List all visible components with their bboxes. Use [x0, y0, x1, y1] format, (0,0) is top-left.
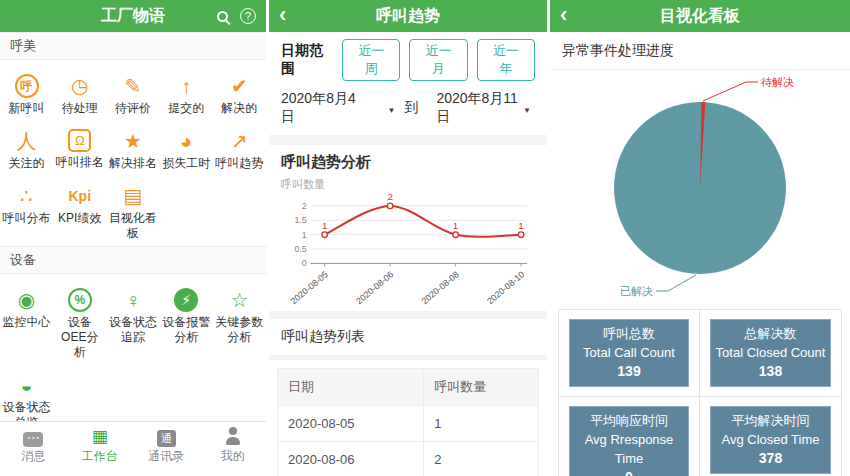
- svg-text:1: 1: [302, 230, 307, 240]
- menu-item-visual-board[interactable]: ▤ 目视化看板: [106, 183, 159, 241]
- tab-label: 通讯录: [148, 449, 184, 463]
- menu-item-submitted[interactable]: ↑ 提交的: [160, 73, 213, 116]
- menu-item-device-oee[interactable]: % 设备OEE分析: [53, 287, 106, 360]
- menu-item-label: 关键参数分析: [213, 313, 266, 345]
- menu-item-to-evaluate[interactable]: ✎ 待评价: [106, 73, 159, 116]
- menu-item-label: 解决排名: [106, 154, 159, 171]
- svg-text:1: 1: [453, 220, 459, 231]
- chevron-down-icon: ▼: [388, 106, 396, 115]
- table-header-row: 日期 呼叫数量: [278, 369, 539, 406]
- tab-mine[interactable]: 我的: [200, 427, 267, 465]
- chart-title: 呼叫趋势分析: [281, 153, 535, 172]
- table-row: 2020-08-06 2: [278, 442, 539, 476]
- tab-contacts[interactable]: 通 通讯录: [133, 427, 200, 465]
- tab-label: 消息: [21, 449, 45, 463]
- bell-icon: Ω: [68, 129, 91, 152]
- cell-count: 2: [424, 442, 539, 476]
- col-header-call-count: 呼叫数量: [424, 369, 539, 406]
- call-trend-screen: ‹ 呼叫趋势 日期范围 近一周 近一月 近一年 2020年8月4日 ▼ 到 20…: [269, 0, 547, 476]
- menu-item-monitoring-center[interactable]: ◉ 监控中心: [0, 287, 53, 360]
- svg-text:2020-08-06: 2020-08-06: [354, 269, 395, 306]
- pie-clock-icon: ◕: [160, 128, 213, 154]
- trend-chart-card: 呼叫趋势分析 呼叫数量 00.511.5212112020-08-052020-…: [269, 145, 547, 311]
- stat-title-zh: 平均解决时间: [713, 411, 828, 430]
- range-year-button[interactable]: 近一年: [477, 39, 535, 81]
- back-button[interactable]: ‹: [279, 0, 286, 32]
- clipboard-check-icon: ✔: [213, 73, 266, 99]
- end-date-select[interactable]: 2020年8月11日: [436, 90, 523, 126]
- gauge-icon: ◒: [0, 372, 53, 398]
- avg-closed-time-card: 平均解决时间 Avg Closed Time 378: [710, 406, 831, 474]
- clock-icon: ◷: [53, 73, 106, 99]
- menu-item-label: 设备报警分析: [160, 313, 213, 345]
- percent-cycle-icon: %: [68, 288, 92, 312]
- menu-item-resolved[interactable]: ✔ 解决的: [213, 73, 266, 116]
- menu-item-label: 目视化看板: [106, 209, 159, 241]
- trend-up-icon: ↗: [213, 128, 266, 154]
- tab-label: 工作台: [82, 449, 118, 463]
- page-title: 呼叫趋势: [376, 6, 440, 27]
- app-title: 工厂物语: [101, 6, 165, 27]
- menu-item-label: 呼叫趋势: [213, 154, 266, 171]
- call-trend-line-chart: 00.511.5212112020-08-052020-08-062020-08…: [281, 192, 535, 309]
- pencil-icon: ✎: [106, 73, 159, 99]
- medal-icon: ★: [106, 128, 159, 154]
- range-week-button[interactable]: 近一周: [342, 39, 400, 81]
- new-call-icon: 呼: [15, 74, 39, 98]
- tab-workbench[interactable]: ▦ 工作台: [67, 427, 134, 465]
- search-icon[interactable]: [217, 11, 228, 22]
- tab-messages[interactable]: ⋯ 消息: [0, 427, 67, 465]
- menu-item-label: 待处理: [53, 99, 106, 116]
- menu-item-solve-ranking[interactable]: ★ 解决排名: [106, 128, 159, 171]
- menu-item-call-trend[interactable]: ↗ 呼叫趋势: [213, 128, 266, 171]
- range-month-button[interactable]: 近一月: [409, 39, 467, 81]
- menu-item-call-ranking[interactable]: Ω 呼叫排名: [53, 128, 106, 171]
- map-pin-icon: ♀: [106, 287, 159, 313]
- stat-value: 378: [713, 449, 828, 468]
- back-button[interactable]: ‹: [560, 0, 567, 32]
- svg-text:2: 2: [302, 201, 307, 211]
- date-range-card: 日期范围 近一周 近一月 近一年 2020年8月4日 ▼ 到 2020年8月11…: [269, 32, 547, 135]
- menu-item-new-call[interactable]: 呼 新呼叫: [0, 73, 53, 116]
- menu-item-device-alarm[interactable]: ⚡ 设备报警分析: [160, 287, 213, 360]
- stat-value: 139: [572, 362, 686, 381]
- svg-text:待解决: 待解决: [761, 76, 794, 88]
- call-trend-table: 日期 呼叫数量 2020-08-05 1 2020-08-06 2 2020-0…: [277, 368, 539, 476]
- stat-title-en: Total Closed Count: [713, 343, 828, 362]
- stat-title-zh: 呼叫总数: [572, 324, 686, 343]
- stat-title-en: Avg Closed Time: [713, 430, 828, 449]
- svg-text:0: 0: [302, 258, 307, 268]
- cell-date: 2020-08-05: [278, 406, 424, 442]
- svg-text:1: 1: [322, 220, 328, 231]
- menu-item-label: 提交的: [160, 99, 213, 116]
- device-menu-grid: ◉ 监控中心 % 设备OEE分析 ♀ 设备状态追踪 ⚡ 设备报警分析 ☆ 关键参…: [0, 274, 266, 435]
- tab-label: 我的: [221, 449, 245, 463]
- svg-text:2020-08-10: 2020-08-10: [485, 269, 526, 306]
- menu-item-label: 呼叫分布: [0, 209, 53, 226]
- stats-grid: 呼叫总数 Total Call Count 139 总解决数 Total Clo…: [558, 309, 842, 476]
- stat-cell: 呼叫总数 Total Call Count 139: [559, 310, 700, 397]
- total-closed-count-card: 总解决数 Total Closed Count 138: [710, 319, 831, 387]
- stat-cell: 平均解决时间 Avg Closed Time 378: [700, 397, 841, 476]
- stat-title-en: Avg Rresponse Time: [572, 430, 686, 468]
- to-label: 到: [404, 99, 418, 117]
- stat-title-zh: 总解决数: [713, 324, 828, 343]
- help-icon[interactable]: ?: [240, 8, 256, 24]
- menu-item-followed[interactable]: 人 关注的: [0, 128, 53, 171]
- menu-item-label: KPI绩效: [53, 209, 106, 226]
- menu-item-lost-work-hours[interactable]: ◕ 损失工时: [160, 128, 213, 171]
- lightning-icon: ⚡: [174, 288, 198, 312]
- person-icon: 人: [0, 128, 53, 154]
- menu-item-call-distribution[interactable]: ∴ 呼叫分布: [0, 183, 53, 241]
- start-date-select[interactable]: 2020年8月4日: [281, 90, 362, 126]
- table-row: 2020-08-05 1: [278, 406, 539, 442]
- stat-value: 0: [572, 468, 686, 476]
- upload-arrow-icon: ↑: [160, 73, 213, 99]
- menu-item-kpi[interactable]: Kpi KPI绩效: [53, 183, 106, 241]
- stat-value: 138: [713, 362, 828, 381]
- svg-text:2020-08-05: 2020-08-05: [289, 269, 330, 306]
- menu-item-pending[interactable]: ◷ 待处理: [53, 73, 106, 116]
- menu-item-device-status-tracking[interactable]: ♀ 设备状态追踪: [106, 287, 159, 360]
- svg-text:0.5: 0.5: [294, 244, 306, 254]
- menu-item-key-parameter[interactable]: ☆ 关键参数分析: [213, 287, 266, 360]
